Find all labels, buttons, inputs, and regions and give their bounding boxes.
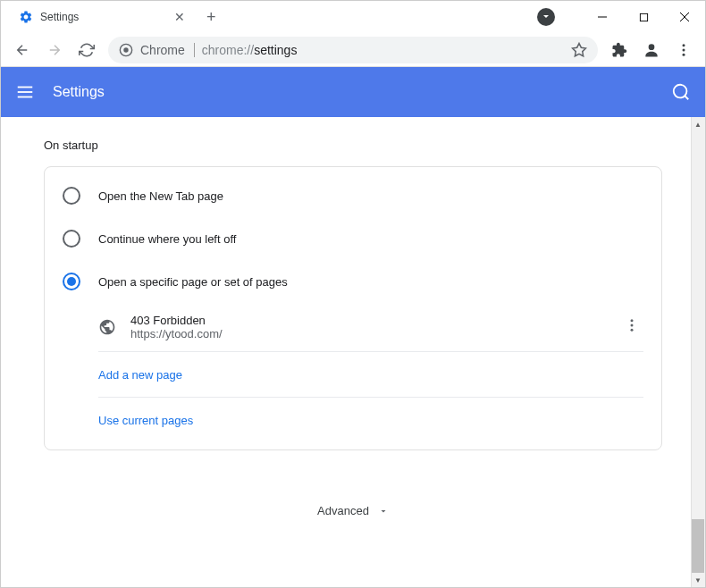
chevron-down-icon xyxy=(378,506,389,517)
address-bar: Chrome chrome://settings xyxy=(1,33,705,67)
radio-icon xyxy=(63,187,80,205)
minimize-button[interactable] xyxy=(582,3,623,31)
close-window-button[interactable] xyxy=(664,3,705,31)
advanced-label: Advanced xyxy=(317,504,369,517)
option-specific-pages[interactable]: Open a specific page or set of pages xyxy=(45,260,661,303)
more-actions-button[interactable] xyxy=(620,314,643,340)
profile-button[interactable] xyxy=(637,36,666,64)
incognito-icon[interactable] xyxy=(537,8,555,26)
svg-rect-1 xyxy=(640,13,647,21)
scroll-up-icon[interactable]: ▲ xyxy=(691,117,705,131)
scroll-down-icon[interactable]: ▼ xyxy=(691,573,705,587)
settings-appbar: Settings xyxy=(1,67,705,117)
page-name: 403 Forbidden xyxy=(130,314,606,327)
appbar-title: Settings xyxy=(53,84,105,100)
svg-point-17 xyxy=(631,324,634,327)
omnibox-chip: Chrome xyxy=(140,43,195,57)
page-url: https://ytood.com/ xyxy=(130,327,606,340)
radio-label: Open the New Tab page xyxy=(98,189,223,203)
content-area: On startup Open the New Tab page Continu… xyxy=(1,117,705,587)
scrollbar[interactable]: ▲ ▼ xyxy=(691,117,705,587)
radio-label: Open a specific page or set of pages xyxy=(98,275,288,289)
radio-label: Continue where you left off xyxy=(98,232,236,246)
section-title: On startup xyxy=(44,139,662,152)
omnibox-url: chrome://settings xyxy=(202,43,298,57)
add-page-link: Add a new page xyxy=(98,368,182,382)
svg-marker-6 xyxy=(573,43,586,55)
option-new-tab[interactable]: Open the New Tab page xyxy=(45,174,661,217)
bookmark-icon[interactable] xyxy=(571,42,587,58)
tab-title: Settings xyxy=(40,11,167,23)
radio-icon xyxy=(63,273,80,290)
radio-icon xyxy=(63,230,80,248)
svg-point-14 xyxy=(674,85,687,98)
startup-card: Open the New Tab page Continue where you… xyxy=(44,166,662,450)
browser-tab[interactable]: Settings ✕ xyxy=(8,2,196,32)
add-page-row[interactable]: Add a new page xyxy=(45,352,661,397)
svg-line-15 xyxy=(685,96,688,99)
globe-icon xyxy=(98,318,116,336)
gear-icon xyxy=(19,10,33,24)
window-titlebar: Settings ✕ + xyxy=(1,1,705,33)
forward-button[interactable] xyxy=(40,36,69,64)
use-current-row[interactable]: Use current pages xyxy=(45,398,661,442)
svg-point-10 xyxy=(683,53,685,55)
close-icon[interactable]: ✕ xyxy=(174,10,185,24)
advanced-toggle[interactable]: Advanced xyxy=(44,486,662,526)
back-button[interactable] xyxy=(8,36,37,64)
search-icon[interactable] xyxy=(671,82,691,102)
svg-point-9 xyxy=(683,48,685,51)
svg-point-16 xyxy=(631,319,634,322)
svg-point-8 xyxy=(683,44,685,46)
svg-point-5 xyxy=(123,47,128,52)
use-current-link: Use current pages xyxy=(98,414,193,427)
new-tab-button[interactable]: + xyxy=(206,8,216,27)
reload-button[interactable] xyxy=(72,36,101,64)
chrome-icon xyxy=(119,43,133,57)
extensions-button[interactable] xyxy=(605,36,634,64)
maximize-button[interactable] xyxy=(623,3,664,31)
scrollbar-thumb[interactable] xyxy=(692,519,704,573)
omnibox[interactable]: Chrome chrome://settings xyxy=(108,37,598,63)
menu-button[interactable] xyxy=(669,36,698,64)
option-continue[interactable]: Continue where you left off xyxy=(45,217,661,260)
hamburger-icon[interactable] xyxy=(15,82,35,102)
svg-point-18 xyxy=(631,329,634,332)
startup-page-entry: 403 Forbidden https://ytood.com/ xyxy=(45,303,661,351)
svg-point-7 xyxy=(649,44,655,50)
